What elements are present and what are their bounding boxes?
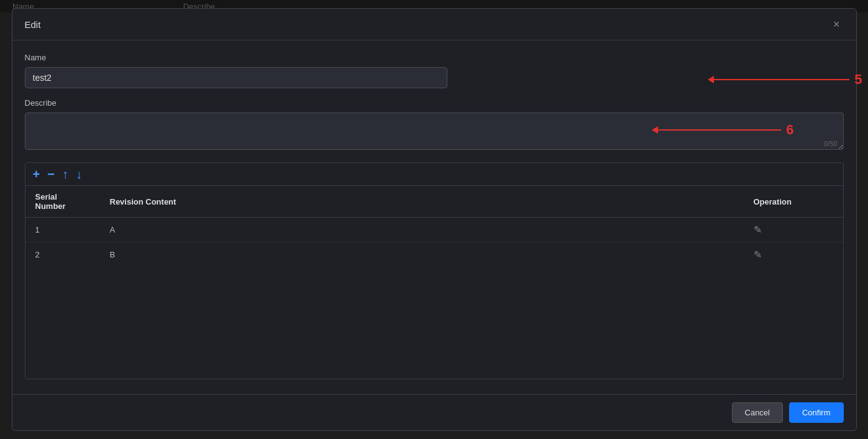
table-empty-area (25, 267, 843, 379)
annotation-5-arrow: 5 (713, 72, 862, 88)
describe-textarea[interactable] (25, 113, 844, 150)
edit-modal: Edit × Name 5 Describe (12, 8, 857, 431)
cell-operation: ✎ (744, 218, 843, 243)
describe-label: Describe (25, 98, 844, 108)
col-serial-header: Serial Number (25, 186, 100, 218)
table-toolbar: + − ↑ ↓ (25, 163, 843, 186)
move-up-button[interactable]: ↑ (62, 168, 68, 180)
textarea-wrapper: 0/50 (25, 113, 844, 152)
cancel-button[interactable]: Cancel (732, 402, 783, 423)
modal-title: Edit (25, 19, 41, 30)
confirm-button[interactable]: Confirm (789, 402, 844, 423)
col-content-header: Revision Content (100, 186, 744, 218)
modal-footer: Cancel Confirm (12, 394, 856, 430)
modal-header: Edit × (12, 9, 856, 40)
cell-serial: 2 (25, 243, 100, 267)
edit-row-button[interactable]: ✎ (754, 224, 762, 236)
describe-counter: 0/50 (824, 140, 837, 147)
cell-operation: ✎ (744, 243, 843, 267)
table-row: 1 A ✎ (25, 218, 843, 243)
table-section: + − ↑ ↓ Serial Number Revision Content O… (25, 162, 844, 379)
add-row-button[interactable]: + (33, 168, 40, 180)
describe-section: Describe 0/50 6 (25, 98, 844, 152)
table-row: 2 B ✎ (25, 243, 843, 267)
name-section: Name 5 (25, 53, 844, 88)
remove-row-button[interactable]: − (47, 168, 55, 180)
name-input[interactable] (25, 67, 447, 88)
cell-content: B (100, 243, 744, 267)
annotation-5-label: 5 (854, 72, 862, 88)
name-label: Name (25, 53, 844, 62)
cell-serial: 1 (25, 218, 100, 243)
col-operation-header: Operation (744, 186, 843, 218)
modal-body: Name 5 Describe 0/50 (12, 40, 856, 394)
revision-table: Serial Number Revision Content Operation… (25, 186, 843, 267)
modal-overlay: Edit × Name 5 Describe (0, 0, 868, 439)
edit-row-button[interactable]: ✎ (754, 249, 762, 261)
move-down-button[interactable]: ↓ (76, 168, 82, 180)
table-header-row: Serial Number Revision Content Operation (25, 186, 843, 218)
cell-content: A (100, 218, 744, 243)
modal-close-button[interactable]: × (829, 17, 844, 31)
